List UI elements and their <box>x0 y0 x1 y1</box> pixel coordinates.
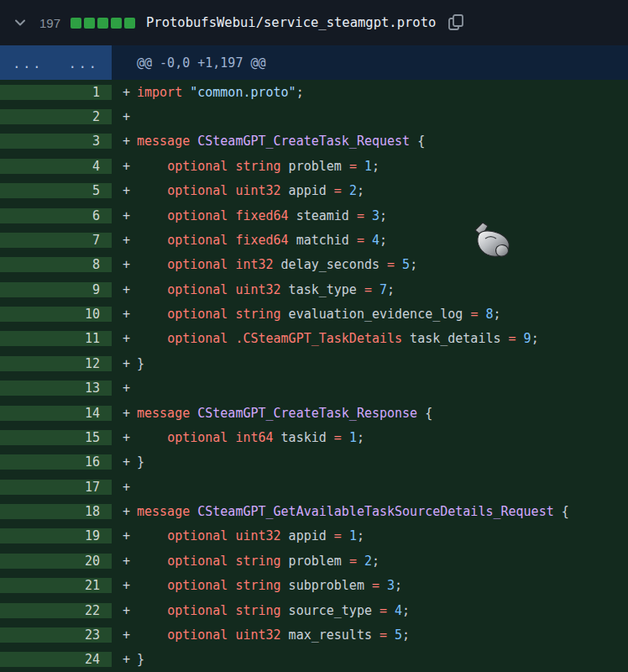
line-number[interactable]: 24 <box>0 652 112 667</box>
code-token: CSteamGPT_CreateTask_Response <box>197 406 417 421</box>
code-token <box>342 528 349 543</box>
diff-line: 5 + optional uint32 appid = 2; <box>0 179 628 203</box>
addition-sign: + <box>112 554 137 569</box>
line-number[interactable]: 10 <box>0 307 112 322</box>
code-token: .CSteamGPT_TaskDetails <box>235 331 402 346</box>
line-number[interactable]: 8 <box>0 257 112 272</box>
code-token: = <box>349 554 357 569</box>
line-number[interactable]: 18 <box>0 504 112 519</box>
code-token: optional <box>167 257 228 272</box>
code-text: optional string subproblem = 3; <box>137 578 402 593</box>
diffstat-square <box>111 18 122 29</box>
diff-line: 7 + optional fixed64 matchid = 4; <box>0 228 628 252</box>
code-token: int32 <box>235 257 273 272</box>
code-token: message <box>137 504 190 519</box>
line-number[interactable]: 20 <box>0 554 112 569</box>
code-token: appid <box>281 528 334 543</box>
line-number[interactable]: 3 <box>0 134 112 149</box>
copy-icon[interactable] <box>447 13 465 33</box>
addition-sign: + <box>112 603 137 618</box>
diff-line: 18 + message CSteamGPT_GetAvailableTaskS… <box>0 499 628 523</box>
line-number[interactable]: 14 <box>0 406 112 421</box>
line-number[interactable]: 1 <box>0 85 112 100</box>
line-number[interactable]: 15 <box>0 430 112 445</box>
diff-line: 21 + optional string subproblem = 3; <box>0 574 628 598</box>
code-token: optional <box>167 528 228 543</box>
chevron-down-icon[interactable] <box>13 16 27 29</box>
line-number[interactable]: 4 <box>0 159 112 174</box>
code-token <box>364 208 372 223</box>
code-token <box>357 554 364 569</box>
code-token: ; <box>531 331 539 346</box>
code-token <box>137 257 167 272</box>
diff-line: 11 + optional .CSteamGPT_TaskDetails tas… <box>0 327 628 351</box>
line-number[interactable]: 6 <box>0 208 112 223</box>
line-number[interactable]: 12 <box>0 356 112 371</box>
code-token: string <box>235 554 280 569</box>
code-token <box>342 183 349 198</box>
addition-sign: + <box>112 109 137 124</box>
line-number[interactable]: 19 <box>0 528 112 543</box>
code-token: = <box>372 578 379 593</box>
code-token: 1 <box>349 528 357 543</box>
code-token: task_type <box>281 282 364 297</box>
code-text: optional int64 taskid = 1; <box>137 430 364 445</box>
diff-line: 9 + optional uint32 task_type = 7; <box>0 277 628 302</box>
code-token: "common.proto" <box>190 85 296 100</box>
code-token <box>137 159 167 174</box>
file-name[interactable]: ProtobufsWebui/service_steamgpt.proto <box>146 15 436 30</box>
code-token: ; <box>387 282 395 297</box>
code-token: 9 <box>524 331 531 346</box>
diff-line: 6 + optional fixed64 steamid = 3; <box>0 203 628 228</box>
line-number[interactable]: 23 <box>0 627 112 643</box>
line-number[interactable]: 17 <box>0 480 112 495</box>
diff-viewer: 197 ProtobufsWebui/service_steamgpt.prot… <box>0 0 628 672</box>
code-token: uint32 <box>235 627 280 643</box>
code-token: subproblem <box>281 578 372 593</box>
expand-hunk-dots[interactable]: ... <box>0 45 56 80</box>
file-header: 197 ProtobufsWebui/service_steamgpt.prot… <box>0 0 628 45</box>
code-token: optional <box>167 208 228 223</box>
diff-line: 15 + optional int64 taskid = 1; <box>0 425 628 449</box>
line-number[interactable]: 9 <box>0 282 112 297</box>
addition-sign: + <box>112 454 137 470</box>
code-text: } <box>137 356 144 371</box>
line-number[interactable]: 11 <box>0 331 112 346</box>
code-token: { <box>417 406 432 421</box>
diff-line: 20 + optional string problem = 2; <box>0 549 628 573</box>
code-token: 4 <box>395 603 402 618</box>
code-text: optional fixed64 matchid = 4; <box>137 233 387 248</box>
code-token: = <box>357 208 364 223</box>
line-number[interactable]: 21 <box>0 578 112 593</box>
code-token: message <box>137 134 190 149</box>
diff-line: 22 + optional string source_type = 4; <box>0 598 628 622</box>
line-number[interactable]: 22 <box>0 603 112 618</box>
code-token: ; <box>410 257 417 272</box>
addition-sign: + <box>112 208 137 223</box>
line-number[interactable]: 5 <box>0 183 112 198</box>
code-token: task_details <box>402 331 508 346</box>
code-token: appid <box>281 183 334 198</box>
code-token: 3 <box>372 208 379 223</box>
code-token: ; <box>395 578 402 593</box>
code-token: 5 <box>395 627 402 643</box>
line-number[interactable]: 2 <box>0 109 112 124</box>
code-token <box>137 282 167 297</box>
code-token <box>387 627 395 643</box>
code-token <box>516 331 524 346</box>
code-token: = <box>379 627 387 643</box>
code-text: import "common.proto"; <box>137 85 304 100</box>
code-token: = <box>364 282 372 297</box>
code-token: evaluation_evidence_log <box>281 307 471 322</box>
addition-sign: + <box>112 159 137 174</box>
code-token: optional <box>167 603 228 618</box>
code-token: 2 <box>364 554 372 569</box>
line-number[interactable]: 16 <box>0 454 112 470</box>
code-token: optional <box>167 331 228 346</box>
line-number[interactable]: 7 <box>0 233 112 248</box>
line-number[interactable]: 13 <box>0 381 112 396</box>
expand-hunk-dots[interactable]: ... <box>56 45 113 80</box>
code-text: optional string problem = 1; <box>137 159 379 174</box>
code-token <box>372 282 379 297</box>
code-text: } <box>137 454 144 470</box>
